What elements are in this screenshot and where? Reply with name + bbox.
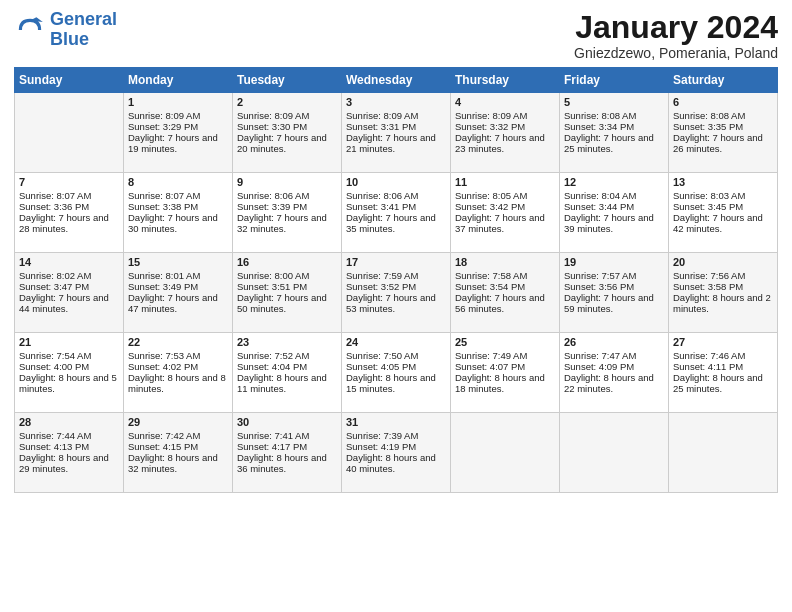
table-row: 22Sunrise: 7:53 AMSunset: 4:02 PMDayligh… [124,333,233,413]
table-row: 3Sunrise: 8:09 AMSunset: 3:31 PMDaylight… [342,93,451,173]
sunrise-text: Sunrise: 7:54 AM [19,350,119,361]
sunset-text: Sunset: 4:13 PM [19,441,119,452]
sunrise-text: Sunrise: 8:09 AM [128,110,228,121]
header-wednesday: Wednesday [342,68,451,93]
calendar-week-row: 28Sunrise: 7:44 AMSunset: 4:13 PMDayligh… [15,413,778,493]
sunrise-text: Sunrise: 7:58 AM [455,270,555,281]
sunset-text: Sunset: 4:17 PM [237,441,337,452]
header: General Blue January 2024 Gniezdzewo, Po… [14,10,778,61]
sunset-text: Sunset: 4:07 PM [455,361,555,372]
day-number: 29 [128,416,228,428]
daylight-text: Daylight: 7 hours and 42 minutes. [673,212,773,234]
sunset-text: Sunset: 3:30 PM [237,121,337,132]
logo: General Blue [14,10,117,50]
sunrise-text: Sunrise: 8:06 AM [237,190,337,201]
day-number: 2 [237,96,337,108]
table-row: 11Sunrise: 8:05 AMSunset: 3:42 PMDayligh… [451,173,560,253]
sunrise-text: Sunrise: 8:01 AM [128,270,228,281]
table-row: 14Sunrise: 8:02 AMSunset: 3:47 PMDayligh… [15,253,124,333]
daylight-text: Daylight: 7 hours and 26 minutes. [673,132,773,154]
sunrise-text: Sunrise: 8:09 AM [346,110,446,121]
calendar-week-row: 21Sunrise: 7:54 AMSunset: 4:00 PMDayligh… [15,333,778,413]
logo-line1: General [50,9,117,29]
day-number: 13 [673,176,773,188]
sunset-text: Sunset: 3:58 PM [673,281,773,292]
daylight-text: Daylight: 7 hours and 28 minutes. [19,212,119,234]
daylight-text: Daylight: 8 hours and 36 minutes. [237,452,337,474]
daylight-text: Daylight: 8 hours and 2 minutes. [673,292,773,314]
sunrise-text: Sunrise: 7:59 AM [346,270,446,281]
day-number: 21 [19,336,119,348]
header-friday: Friday [560,68,669,93]
sunrise-text: Sunrise: 7:52 AM [237,350,337,361]
daylight-text: Daylight: 8 hours and 5 minutes. [19,372,119,394]
table-row: 1Sunrise: 8:09 AMSunset: 3:29 PMDaylight… [124,93,233,173]
day-number: 7 [19,176,119,188]
sunset-text: Sunset: 3:49 PM [128,281,228,292]
day-number: 11 [455,176,555,188]
day-number: 26 [564,336,664,348]
calendar-week-row: 7Sunrise: 8:07 AMSunset: 3:36 PMDaylight… [15,173,778,253]
sunset-text: Sunset: 4:15 PM [128,441,228,452]
sunrise-text: Sunrise: 7:50 AM [346,350,446,361]
daylight-text: Daylight: 7 hours and 25 minutes. [564,132,664,154]
daylight-text: Daylight: 8 hours and 22 minutes. [564,372,664,394]
header-monday: Monday [124,68,233,93]
sunrise-text: Sunrise: 8:03 AM [673,190,773,201]
day-number: 27 [673,336,773,348]
sunset-text: Sunset: 4:05 PM [346,361,446,372]
sunrise-text: Sunrise: 8:06 AM [346,190,446,201]
table-row: 20Sunrise: 7:56 AMSunset: 3:58 PMDayligh… [669,253,778,333]
sunrise-text: Sunrise: 7:39 AM [346,430,446,441]
sunrise-text: Sunrise: 8:02 AM [19,270,119,281]
table-row: 4Sunrise: 8:09 AMSunset: 3:32 PMDaylight… [451,93,560,173]
sunrise-text: Sunrise: 7:44 AM [19,430,119,441]
table-row: 24Sunrise: 7:50 AMSunset: 4:05 PMDayligh… [342,333,451,413]
daylight-text: Daylight: 7 hours and 39 minutes. [564,212,664,234]
logo-icon [14,14,46,46]
sunset-text: Sunset: 3:35 PM [673,121,773,132]
day-number: 25 [455,336,555,348]
table-row: 18Sunrise: 7:58 AMSunset: 3:54 PMDayligh… [451,253,560,333]
sunset-text: Sunset: 4:11 PM [673,361,773,372]
day-number: 4 [455,96,555,108]
table-row: 31Sunrise: 7:39 AMSunset: 4:19 PMDayligh… [342,413,451,493]
daylight-text: Daylight: 7 hours and 59 minutes. [564,292,664,314]
table-row: 8Sunrise: 8:07 AMSunset: 3:38 PMDaylight… [124,173,233,253]
sunrise-text: Sunrise: 7:53 AM [128,350,228,361]
day-number: 14 [19,256,119,268]
daylight-text: Daylight: 7 hours and 44 minutes. [19,292,119,314]
daylight-text: Daylight: 8 hours and 29 minutes. [19,452,119,474]
sunset-text: Sunset: 3:44 PM [564,201,664,212]
day-number: 15 [128,256,228,268]
sunset-text: Sunset: 3:51 PM [237,281,337,292]
day-number: 10 [346,176,446,188]
day-number: 20 [673,256,773,268]
table-row: 17Sunrise: 7:59 AMSunset: 3:52 PMDayligh… [342,253,451,333]
sunrise-text: Sunrise: 7:57 AM [564,270,664,281]
sunset-text: Sunset: 3:29 PM [128,121,228,132]
sunset-text: Sunset: 3:54 PM [455,281,555,292]
day-number: 8 [128,176,228,188]
daylight-text: Daylight: 7 hours and 37 minutes. [455,212,555,234]
header-saturday: Saturday [669,68,778,93]
sunset-text: Sunset: 3:36 PM [19,201,119,212]
table-row: 21Sunrise: 7:54 AMSunset: 4:00 PMDayligh… [15,333,124,413]
day-number: 28 [19,416,119,428]
table-row: 16Sunrise: 8:00 AMSunset: 3:51 PMDayligh… [233,253,342,333]
table-row: 27Sunrise: 7:46 AMSunset: 4:11 PMDayligh… [669,333,778,413]
sunset-text: Sunset: 3:34 PM [564,121,664,132]
sunrise-text: Sunrise: 8:07 AM [19,190,119,201]
daylight-text: Daylight: 8 hours and 15 minutes. [346,372,446,394]
sunset-text: Sunset: 3:41 PM [346,201,446,212]
sunrise-text: Sunrise: 7:41 AM [237,430,337,441]
day-number: 19 [564,256,664,268]
table-row: 15Sunrise: 8:01 AMSunset: 3:49 PMDayligh… [124,253,233,333]
day-number: 23 [237,336,337,348]
header-sunday: Sunday [15,68,124,93]
table-row: 23Sunrise: 7:52 AMSunset: 4:04 PMDayligh… [233,333,342,413]
daylight-text: Daylight: 7 hours and 56 minutes. [455,292,555,314]
daylight-text: Daylight: 7 hours and 35 minutes. [346,212,446,234]
sunrise-text: Sunrise: 8:08 AM [564,110,664,121]
daylight-text: Daylight: 8 hours and 32 minutes. [128,452,228,474]
